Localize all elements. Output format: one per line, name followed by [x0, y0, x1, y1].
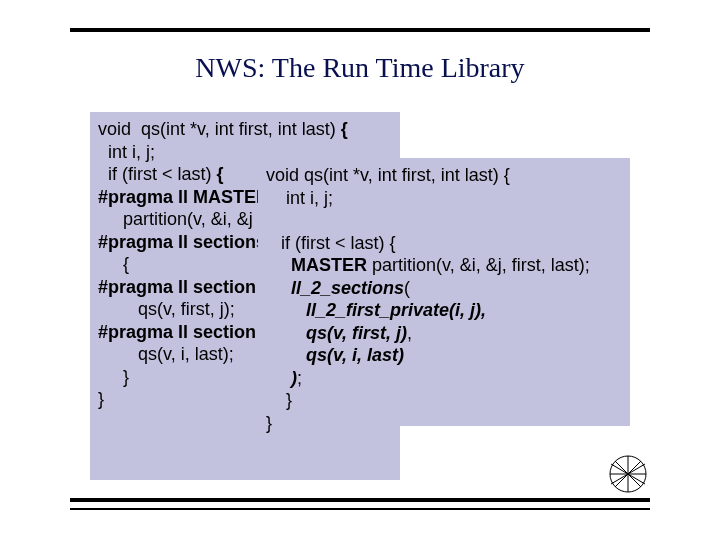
code-text	[266, 255, 291, 275]
code-text: void qs(int *v, int first, int last) {	[266, 165, 510, 185]
code-pragma: #pragma ll section	[98, 277, 256, 297]
code-brace: {	[217, 164, 224, 184]
code-call: ll_2_first_private	[306, 300, 449, 320]
code-text: qs(v, first, j)	[266, 323, 407, 343]
code-text: if (first < last) {	[266, 233, 396, 253]
code-call: ll_2_sections	[291, 278, 404, 298]
code-text: ,	[407, 323, 412, 343]
slide-title: NWS: The Run Time Library	[0, 52, 720, 84]
code-text: int i, j;	[266, 188, 333, 208]
code-keyword: MASTER	[291, 255, 367, 275]
code-text: }	[266, 390, 292, 410]
code-text	[266, 278, 291, 298]
code-pragma: #pragma ll MASTER	[98, 187, 269, 207]
bottom-rule-thin	[70, 508, 650, 510]
code-text: qs(v, i, last)	[266, 345, 404, 365]
code-text: int i, j;	[98, 142, 155, 162]
code-text: (i, j),	[449, 300, 486, 320]
code-text: {	[98, 254, 129, 274]
code-text: partition(v, &i, &j, first, last);	[367, 255, 590, 275]
code-text: qs(v, i, last);	[98, 344, 234, 364]
logo-icon	[608, 454, 648, 494]
code-text: }	[266, 413, 272, 433]
code-brace: {	[341, 119, 348, 139]
code-text: void qs(int *v, int first, int last)	[98, 119, 341, 139]
top-rule	[70, 28, 650, 32]
code-text: }	[98, 367, 129, 387]
code-block-right: void qs(int *v, int first, int last) { i…	[258, 158, 630, 426]
code-text	[266, 300, 306, 320]
code-text: qs(v, first, j);	[98, 299, 235, 319]
code-text: if (first < last)	[98, 164, 217, 184]
code-pragma: #pragma ll section	[98, 322, 256, 342]
code-text: )	[266, 368, 297, 388]
code-text: ;	[297, 368, 302, 388]
code-text: }	[98, 389, 104, 409]
code-text: (	[404, 278, 410, 298]
bottom-rule-thick	[70, 498, 650, 502]
